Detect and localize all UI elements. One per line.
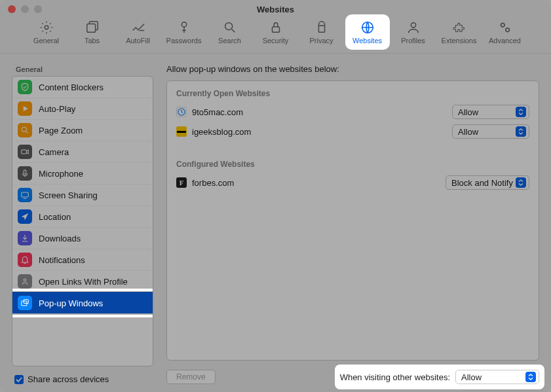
sidebar-item-label: Content Blockers	[39, 82, 104, 92]
toolbar-websites[interactable]: Websites	[351, 20, 385, 45]
zoom-icon	[18, 123, 32, 137]
toolbar-advanced[interactable]: Advanced	[488, 20, 522, 45]
favicon-icon: F	[176, 177, 187, 188]
svg-rect-10	[22, 150, 27, 154]
website-permission-dropdown[interactable]: Block and Notify	[446, 175, 529, 190]
toolbar-label: Security	[263, 37, 289, 45]
other-websites-value: Allow	[461, 372, 482, 382]
toolbar-label: Tabs	[85, 37, 100, 45]
toolbar-tabs[interactable]: Tabs	[75, 20, 109, 45]
section-header: Currently Open Websites	[167, 86, 539, 102]
preferences-window: Websites GeneralTabsAutoFillPasswordsSea…	[0, 0, 551, 392]
play-icon	[18, 101, 32, 116]
toolbar-label: Passwords	[166, 37, 202, 45]
toolbar-label: Search	[218, 37, 241, 45]
sidebar-item-label: Notifications	[39, 255, 85, 265]
other-websites-dropdown[interactable]: Allow	[455, 370, 539, 384]
share-across-devices-row[interactable]: Share across devices	[12, 366, 153, 384]
svg-point-6	[411, 23, 415, 27]
tabs-icon	[85, 20, 100, 35]
sidebar-item-microphone[interactable]: Microphone	[12, 162, 153, 184]
mic-icon	[18, 166, 32, 181]
arrow-icon	[18, 209, 32, 224]
website-permission-dropdown[interactable]: Allow	[452, 105, 529, 119]
website-row[interactable]: Fforbes.comBlock and Notify	[167, 173, 539, 192]
window-title: Websites	[0, 5, 551, 14]
sidebar-item-location[interactable]: Location	[12, 205, 153, 227]
svg-point-0	[45, 26, 48, 29]
toolbar-label: Privacy	[309, 37, 333, 45]
toolbar-security[interactable]: Security	[259, 20, 293, 45]
sidebar-item-pop-up-windows[interactable]: Pop-up Windows	[12, 292, 153, 313]
footer-row: Remove When visiting other websites: All…	[166, 361, 539, 384]
profiles-icon	[406, 20, 421, 35]
sidebar-item-content-blockers[interactable]: Content Blockers	[12, 77, 153, 98]
content-area: General Content BlockersAuto-PlayPage Zo…	[0, 54, 551, 392]
titlebar: Websites	[0, 0, 551, 18]
remove-button[interactable]: Remove	[166, 370, 216, 384]
websites-box: Currently Open Websites9to5mac.comAllowi…	[166, 80, 539, 361]
chevron-updown-icon	[516, 177, 526, 188]
toolbar-extensions[interactable]: Extensions	[442, 20, 476, 45]
svg-rect-4	[272, 27, 279, 32]
toolbar-autofill[interactable]: AutoFill	[121, 20, 155, 45]
svg-point-2	[181, 22, 186, 27]
sidebar-item-notifications[interactable]: Notifications	[12, 249, 153, 270]
download-icon	[18, 231, 32, 245]
website-domain: forbes.com	[192, 178, 440, 188]
website-permission-dropdown[interactable]: Allow	[452, 124, 529, 139]
other-websites-control: When visiting other websites: Allow	[340, 370, 539, 384]
dropdown-value: Allow	[458, 107, 478, 117]
svg-point-13	[24, 279, 26, 281]
toolbar-label: Profiles	[401, 37, 425, 45]
main-panel: Allow pop-up windows on the websites bel…	[166, 64, 539, 384]
profile-link-icon	[18, 274, 32, 289]
sidebar-item-label: Screen Sharing	[39, 190, 98, 200]
shield-check-icon	[18, 80, 32, 94]
website-row[interactable]: 9to5mac.comAllow	[167, 102, 539, 122]
favicon-icon	[176, 126, 187, 137]
website-row[interactable]: igeeksblog.comAllow	[167, 122, 539, 141]
svg-rect-15	[24, 300, 28, 304]
section-header: Configured Websites	[167, 157, 539, 173]
sidebar-item-label: Microphone	[39, 169, 83, 179]
popup-icon	[18, 296, 32, 310]
sidebar-item-label: Location	[39, 212, 71, 222]
passwords-icon	[176, 20, 192, 35]
sidebar-item-label: Downloads	[39, 234, 81, 243]
sidebar-item-label: Camera	[39, 147, 69, 157]
sidebar-item-camera[interactable]: Camera	[12, 141, 153, 162]
toolbar-privacy[interactable]: Privacy	[305, 20, 339, 45]
sidebar-item-label: Auto-Play	[39, 104, 75, 114]
svg-rect-11	[24, 170, 26, 174]
toolbar-profiles[interactable]: Profiles	[396, 20, 430, 45]
sidebar-header: General	[12, 64, 153, 76]
svg-point-8	[505, 28, 509, 31]
sidebar-item-screen-sharing[interactable]: Screen Sharing	[12, 184, 153, 205]
sidebar-item-page-zoom[interactable]: Page Zoom	[12, 119, 153, 141]
toolbar-general[interactable]: General	[29, 20, 64, 45]
toolbar-passwords[interactable]: Passwords	[167, 20, 201, 45]
preferences-toolbar: GeneralTabsAutoFillPasswordsSearchSecuri…	[0, 18, 551, 54]
websites-icon	[360, 20, 375, 35]
toolbar-label: Advanced	[489, 37, 521, 45]
bell-icon	[18, 253, 32, 267]
dropdown-value: Block and Notify	[451, 178, 513, 188]
sidebar-item-open-links-with-profile[interactable]: Open Links With Profile	[12, 270, 153, 292]
chevron-updown-icon	[516, 107, 526, 117]
sidebar-list: Content BlockersAuto-PlayPage ZoomCamera…	[12, 76, 153, 366]
sidebar-item-downloads[interactable]: Downloads	[12, 227, 153, 249]
chevron-updown-icon	[525, 372, 536, 382]
svg-point-9	[22, 127, 26, 132]
share-checkbox[interactable]	[14, 375, 24, 384]
security-icon	[268, 20, 284, 35]
toolbar-search[interactable]: Search	[213, 20, 247, 45]
sidebar-item-label: Page Zoom	[39, 126, 83, 135]
share-label: Share across devices	[28, 374, 109, 384]
sidebar-item-auto-play[interactable]: Auto-Play	[12, 98, 153, 119]
sidebar-item-label: Pop-up Windows	[39, 298, 103, 308]
toolbar-label: General	[33, 37, 59, 45]
toolbar-label: Websites	[352, 37, 382, 45]
toolbar-label: AutoFill	[126, 37, 150, 45]
toolbar-label: Extensions	[442, 37, 477, 45]
